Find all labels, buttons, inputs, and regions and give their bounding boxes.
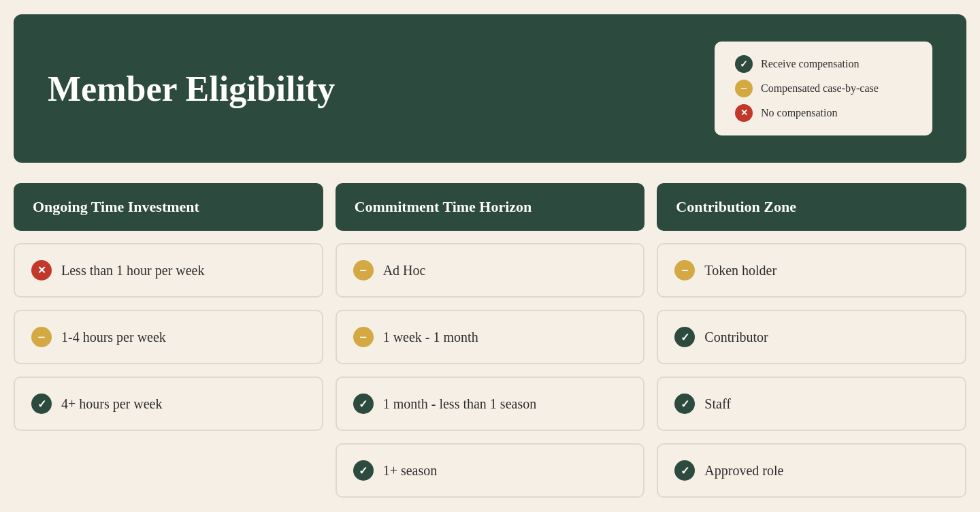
cell-col3-row2: Contributor [657,310,966,364]
cell-text: Staff [704,396,731,412]
cell-col3-row1: Token holder [657,243,966,298]
legend-item-x: No compensation [735,104,912,122]
minus-icon [674,260,695,281]
check-icon [353,460,374,481]
legend-label-check: Receive compensation [761,58,859,70]
check-icon [353,394,374,414]
check-icon [31,394,52,414]
check-icon [735,55,753,73]
legend-label-minus: Compensated case-by-case [761,82,879,95]
minus-icon [735,80,753,97]
cell-text: 1 month - less than 1 season [383,396,537,412]
x-icon [735,104,753,122]
page-title: Member Eligibility [48,69,335,109]
cell-text: 1 week - 1 month [383,330,478,345]
cell-col1-row1: Less than 1 hour per week [14,243,323,298]
cell-text: Ad Hoc [383,263,426,278]
cell-col3-row4: Approved role [657,443,966,498]
cell-text: Less than 1 hour per week [61,263,205,278]
legend-item-check: Receive compensation [735,55,912,73]
legend-item-minus: Compensated case-by-case [735,80,912,97]
minus-icon [353,327,374,347]
col-header-1: Ongoing Time Investment [14,183,323,231]
x-icon [31,260,52,281]
page-wrapper: Member Eligibility Receive compensation … [14,14,966,498]
cell-col1-row2: 1-4 hours per week [14,310,323,364]
cell-text: 1+ season [383,463,438,479]
cell-text: Approved role [704,463,783,479]
legend-box: Receive compensation Compensated case-by… [715,42,932,135]
col-header-3: Contribution Zone [657,183,966,231]
eligibility-grid: Ongoing Time Investment Commitment Time … [14,183,966,498]
minus-icon [353,260,374,281]
check-icon [674,327,695,347]
cell-col2-row4: 1+ season [336,443,645,498]
cell-col2-row2: 1 week - 1 month [336,310,645,364]
cell-col2-row1: Ad Hoc [336,243,645,298]
minus-icon [31,327,52,347]
cell-col1-row3: 4+ hours per week [14,377,323,431]
cell-text: 4+ hours per week [61,396,162,412]
cell-text: Contributor [704,330,768,345]
cell-col3-row3: Staff [657,377,966,431]
col-header-2: Commitment Time Horizon [336,183,645,231]
cell-text: Token holder [704,263,777,278]
legend-label-x: No compensation [761,107,837,119]
check-icon [674,460,695,481]
cell-text: 1-4 hours per week [61,330,166,345]
check-icon [674,394,695,414]
cell-col2-row3: 1 month - less than 1 season [336,377,645,431]
header-section: Member Eligibility Receive compensation … [14,14,966,163]
